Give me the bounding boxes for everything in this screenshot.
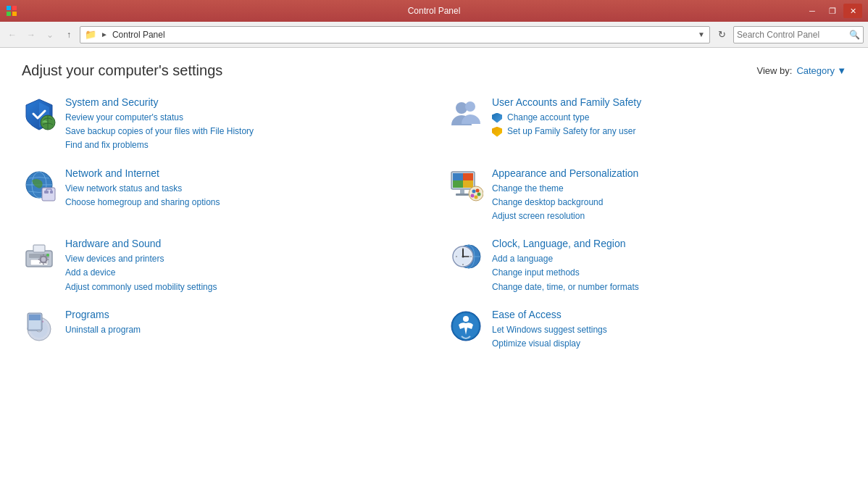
address-field[interactable]: 📁 ► Control Panel ▼ xyxy=(80,26,710,43)
svg-rect-3 xyxy=(12,12,17,16)
svg-rect-12 xyxy=(42,188,55,201)
hardware-icon xyxy=(22,238,57,272)
visual-display-link[interactable]: Optimize visual display xyxy=(492,337,846,351)
programs-icon xyxy=(22,309,57,344)
address-chevron: ▼ xyxy=(698,30,705,38)
programs-title[interactable]: Programs xyxy=(65,309,420,320)
category-programs: Programs Uninstall a program xyxy=(22,309,420,351)
network-icon xyxy=(22,167,57,202)
ease-of-access-title[interactable]: Ease of Access xyxy=(492,309,846,320)
back-button[interactable]: ← xyxy=(4,27,20,43)
title-bar-left xyxy=(6,5,17,17)
shield-blue-icon xyxy=(492,113,502,123)
app-icon xyxy=(6,5,17,17)
svg-point-27 xyxy=(472,189,476,193)
window-title: Control Panel xyxy=(408,6,461,16)
review-status-link[interactable]: Review your computer's status xyxy=(65,111,420,125)
search-input[interactable] xyxy=(737,30,849,40)
mobility-settings-link[interactable]: Adjust commonly used mobility settings xyxy=(65,280,420,294)
main-content: Adjust your computer's settings View by:… xyxy=(0,48,868,487)
view-by: View by: Category ▼ xyxy=(756,65,846,76)
category-system-security: System and Security Review your computer… xyxy=(22,96,420,153)
minimize-button[interactable]: ─ xyxy=(803,4,822,18)
svg-rect-14 xyxy=(50,191,53,193)
search-icon[interactable]: 🔍 xyxy=(849,30,860,40)
category-user-accounts: User Accounts and Family Safety Change a… xyxy=(448,96,846,153)
view-by-dropdown[interactable]: Category ▼ xyxy=(796,65,846,76)
restore-button[interactable]: ❐ xyxy=(823,4,842,18)
appearance-title[interactable]: Appearance and Personalization xyxy=(492,167,846,179)
shield-yellow-icon xyxy=(492,127,502,137)
screen-resolution-link[interactable]: Adjust screen resolution xyxy=(492,209,846,223)
change-theme-link[interactable]: Change the theme xyxy=(492,182,846,196)
svg-rect-21 xyxy=(463,173,473,180)
svg-point-8 xyxy=(465,101,475,112)
up-button[interactable]: ↑ xyxy=(61,27,77,43)
add-language-link[interactable]: Add a language xyxy=(492,252,846,266)
svg-point-46 xyxy=(462,256,464,258)
svg-point-30 xyxy=(475,195,478,199)
backup-link[interactable]: Save backup copies of your files with Fi… xyxy=(65,125,420,138)
change-account-link[interactable]: Change account type xyxy=(492,111,846,125)
title-bar: Control Panel ─ ❐ ✕ xyxy=(0,0,868,22)
svg-rect-2 xyxy=(7,12,11,16)
devices-printers-link[interactable]: View devices and printers xyxy=(65,252,420,266)
network-content: Network and Internet View network status… xyxy=(65,167,420,209)
desktop-bg-link[interactable]: Change desktop background xyxy=(492,196,846,209)
svg-rect-23 xyxy=(463,180,473,188)
dropdown-button[interactable]: ⌄ xyxy=(42,27,58,43)
folder-icon: 📁 xyxy=(85,29,96,40)
appearance-content: Appearance and Personalization Change th… xyxy=(492,167,846,224)
refresh-button[interactable]: ↻ xyxy=(713,26,730,43)
fix-problems-link[interactable]: Find and fix problems xyxy=(65,138,420,152)
network-status-link[interactable]: View network status and tasks xyxy=(65,182,420,196)
suggest-settings-link[interactable]: Let Windows suggest settings xyxy=(492,323,846,337)
add-device-link[interactable]: Add a device xyxy=(65,266,420,280)
ease-of-access-icon xyxy=(448,309,483,344)
category-appearance: Appearance and Personalization Change th… xyxy=(448,167,846,224)
forward-button[interactable]: → xyxy=(23,27,39,43)
svg-rect-35 xyxy=(33,245,45,252)
homegroup-link[interactable]: Choose homegroup and sharing options xyxy=(65,196,420,209)
ease-of-access-content: Ease of Access Let Windows suggest setti… xyxy=(492,309,846,351)
user-accounts-title[interactable]: User Accounts and Family Safety xyxy=(492,96,846,108)
appearance-icon xyxy=(448,167,483,202)
address-path: Control Panel xyxy=(112,30,165,40)
system-security-title[interactable]: System and Security xyxy=(65,96,420,108)
svg-rect-25 xyxy=(456,193,469,196)
address-bar: ← → ⌄ ↑ 📁 ► Control Panel ▼ ↻ 🔍 xyxy=(0,22,868,48)
clock-icon xyxy=(448,238,483,272)
svg-rect-0 xyxy=(7,6,11,10)
input-methods-link[interactable]: Change input methods xyxy=(492,266,846,280)
svg-rect-56 xyxy=(29,315,41,320)
hardware-content: Hardware and Sound View devices and prin… xyxy=(65,238,420,294)
svg-rect-22 xyxy=(453,180,463,188)
user-accounts-content: User Accounts and Family Safety Change a… xyxy=(492,96,846,138)
svg-rect-20 xyxy=(453,173,463,180)
date-time-link[interactable]: Change date, time, or number formats xyxy=(492,280,846,294)
category-hardware: Hardware and Sound View devices and prin… xyxy=(22,238,420,294)
network-title[interactable]: Network and Internet xyxy=(65,167,420,179)
view-by-label: View by: xyxy=(756,65,792,76)
system-security-content: System and Security Review your computer… xyxy=(65,96,420,153)
family-safety-link[interactable]: Set up Family Safety for any user xyxy=(492,125,846,138)
svg-point-59 xyxy=(463,316,469,322)
search-box[interactable]: 🔍 xyxy=(733,26,864,43)
path-arrow: ► xyxy=(101,30,108,38)
svg-point-29 xyxy=(477,192,481,196)
svg-point-28 xyxy=(476,188,480,192)
hardware-title[interactable]: Hardware and Sound xyxy=(65,238,420,249)
svg-rect-24 xyxy=(460,189,464,193)
category-clock: Clock, Language, and Region Add a langua… xyxy=(448,238,846,294)
user-accounts-icon xyxy=(448,96,483,131)
categories-grid: System and Security Review your computer… xyxy=(22,96,846,351)
page-header: Adjust your computer's settings View by:… xyxy=(22,62,846,79)
svg-rect-13 xyxy=(44,191,49,193)
svg-point-38 xyxy=(41,257,46,262)
page-title: Adjust your computer's settings xyxy=(22,62,222,79)
uninstall-link[interactable]: Uninstall a program xyxy=(65,323,420,337)
clock-title[interactable]: Clock, Language, and Region xyxy=(492,238,846,249)
title-bar-buttons: ─ ❐ ✕ xyxy=(803,4,862,18)
close-button[interactable]: ✕ xyxy=(843,4,862,18)
svg-rect-1 xyxy=(12,6,17,10)
